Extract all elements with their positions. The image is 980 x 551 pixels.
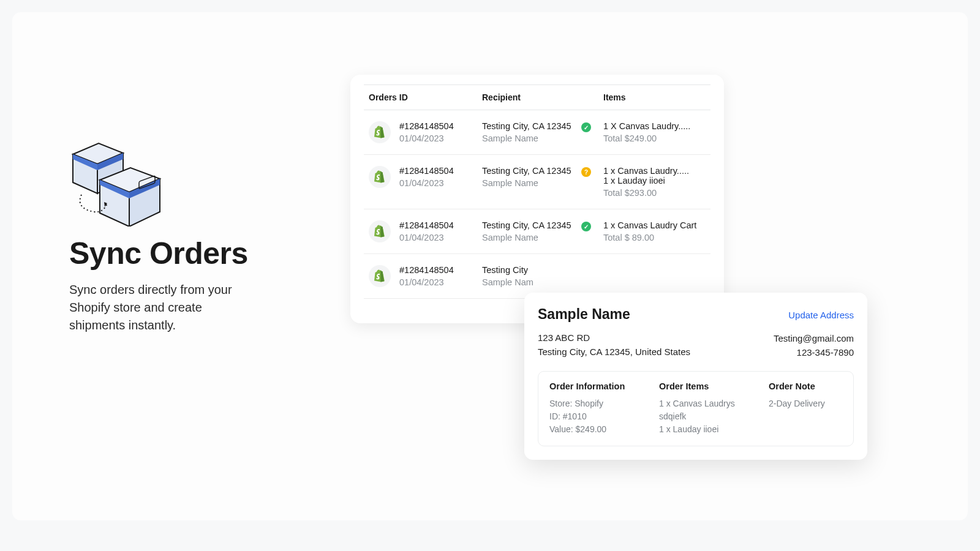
recipient-address: Testing City, CA 12345 xyxy=(482,121,578,131)
order-id: #1284148504 xyxy=(399,121,482,131)
table-row[interactable]: #1284148504 01/04/2023 Testing City, CA … xyxy=(364,155,710,209)
recipient-address: Testing City, CA 12345 xyxy=(482,166,578,176)
item-line: 1 x Canvas Laudry Cart xyxy=(603,220,706,230)
shopify-icon xyxy=(369,220,391,242)
boxes-icon xyxy=(69,135,167,227)
order-date: 01/04/2023 xyxy=(399,178,482,188)
item-line: 1 X Canvas Laudry..... xyxy=(603,121,706,131)
table-row[interactable]: #1284148504 01/04/2023 Testing City, CA … xyxy=(364,110,710,155)
order-information: Order Information Store: Shopify ID: #10… xyxy=(549,381,644,436)
order-id: #1284148504 xyxy=(399,220,482,230)
item-line: 1 x Canvas Laudry..... xyxy=(603,166,706,176)
item-line: 1 x Lauday iioei xyxy=(603,176,706,186)
col-header-items: Items xyxy=(603,92,706,102)
status-badge: ✓ xyxy=(581,122,591,132)
item-total: Total $249.00 xyxy=(603,133,706,143)
recipient-name: Sample Name xyxy=(482,133,578,143)
order-items: Order Items 1 x Canvas Laudrys sdqiefk 1… xyxy=(659,381,754,436)
page-title: Sync Orders xyxy=(69,238,302,270)
order-date: 01/04/2023 xyxy=(399,277,482,287)
order-id: #1284148504 xyxy=(399,265,482,275)
col-header-orders: Orders ID xyxy=(369,92,482,102)
hero-panel: Sync Orders Sync orders directly from yo… xyxy=(69,135,302,334)
recipient-name: Sample Nam xyxy=(482,277,578,287)
shopify-icon xyxy=(369,121,391,143)
order-note: Order Note 2-Day Delivery xyxy=(769,381,842,436)
item-total: Total $ 89.00 xyxy=(603,233,706,242)
col-header-recipient: Recipient xyxy=(482,92,603,102)
order-date: 01/04/2023 xyxy=(399,133,482,143)
order-id: #1284148504 xyxy=(399,166,482,176)
status-badge: ✓ xyxy=(581,222,591,231)
status-badge xyxy=(581,266,591,276)
shopify-icon xyxy=(369,166,391,188)
order-date: 01/04/2023 xyxy=(399,233,482,242)
recipient-name: Sample Name xyxy=(482,233,578,242)
recipient-address: Testing City, CA 12345 xyxy=(482,220,578,230)
detail-address: 123 ABC RD Testing City, CA 12345, Unite… xyxy=(538,331,690,360)
recipient-address: Testing City xyxy=(482,265,578,275)
detail-contact: Testing@gmail.com 123-345-7890 xyxy=(774,331,854,360)
item-total: Total $293.00 xyxy=(603,188,706,198)
orders-header: Orders ID Recipient Items xyxy=(364,84,710,110)
shopify-icon xyxy=(369,265,391,287)
recipient-name: Sample Name xyxy=(482,178,578,188)
page-subtitle: Sync orders directly from your Shopify s… xyxy=(69,281,259,334)
update-address-link[interactable]: Update Address xyxy=(788,310,854,320)
info-panel: Order Information Store: Shopify ID: #10… xyxy=(538,371,854,446)
table-row[interactable]: #1284148504 01/04/2023 Testing City, CA … xyxy=(364,209,710,254)
orders-card: Orders ID Recipient Items #1284148504 01… xyxy=(350,75,724,323)
detail-card: Sample Name Update Address 123 ABC RD Te… xyxy=(524,293,867,460)
status-badge: ? xyxy=(581,167,591,177)
detail-name: Sample Name xyxy=(538,306,630,323)
